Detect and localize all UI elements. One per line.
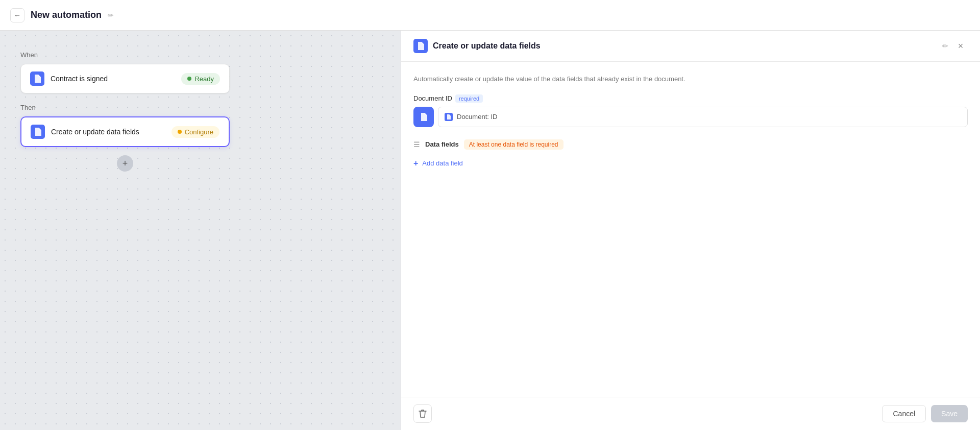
- right-panel-header: Create or update data fields ✏ ×: [401, 31, 980, 62]
- right-panel-title: Create or update data fields: [433, 41, 937, 51]
- right-header-doc-icon: [413, 39, 428, 53]
- cancel-button[interactable]: Cancel: [882, 405, 926, 422]
- page-title: New automation: [31, 10, 102, 20]
- step2-status-dot: [178, 130, 182, 134]
- right-panel-content: Automatically create or update the value…: [401, 62, 980, 397]
- then-label: Then: [20, 104, 380, 111]
- right-panel: Create or update data fields ✏ × Automat…: [401, 31, 980, 430]
- add-data-field-button[interactable]: + Add data field: [413, 157, 463, 170]
- document-id-row: Document: ID: [413, 107, 968, 127]
- header: ← New automation ✏: [0, 0, 980, 31]
- right-panel-footer: Cancel Save: [401, 397, 980, 430]
- step2-status-label: Configure: [185, 128, 213, 136]
- doc-small-icon: [445, 113, 453, 121]
- document-id-value: Document: ID: [457, 113, 497, 121]
- step1-doc-icon: [30, 71, 44, 86]
- when-label: When: [20, 51, 380, 59]
- plus-icon: +: [413, 159, 418, 168]
- document-id-label: Document ID required: [413, 94, 968, 103]
- step1-name: Contract is signed: [51, 75, 175, 83]
- footer-actions: Cancel Save: [882, 405, 968, 422]
- step1-status-badge: Ready: [181, 73, 220, 85]
- data-fields-section-title: Data fields: [425, 140, 459, 148]
- main-layout: When Contract is signed Ready Then: [0, 31, 980, 430]
- document-id-input[interactable]: Document: ID: [438, 107, 968, 127]
- step2-name: Create or update data fields: [51, 128, 165, 136]
- right-panel-edit-icon[interactable]: ✏: [942, 42, 948, 50]
- add-data-field-label: Add data field: [422, 159, 463, 167]
- delete-button[interactable]: [413, 404, 432, 423]
- save-button[interactable]: Save: [931, 405, 968, 422]
- description-text: Automatically create or update the value…: [413, 74, 968, 84]
- required-badge: required: [455, 94, 483, 103]
- document-icon-button[interactable]: [413, 107, 434, 127]
- step1-status-label: Ready: [194, 75, 214, 83]
- back-button[interactable]: ←: [10, 8, 24, 22]
- step1-status-dot: [187, 77, 191, 81]
- data-fields-warning-badge: At least one data field is required: [464, 139, 564, 150]
- step-card-when[interactable]: Contract is signed Ready: [20, 64, 230, 93]
- step-card-then[interactable]: Create or update data fields Configure: [20, 116, 230, 147]
- title-edit-icon[interactable]: ✏: [108, 11, 114, 19]
- document-id-label-text: Document ID: [413, 94, 452, 102]
- left-panel: When Contract is signed Ready Then: [0, 31, 401, 430]
- close-button[interactable]: ×: [953, 39, 968, 53]
- step2-doc-icon: [31, 125, 45, 139]
- add-step-button[interactable]: +: [117, 155, 133, 172]
- step2-status-badge: Configure: [172, 126, 219, 138]
- data-fields-section-header: ☰ Data fields At least one data field is…: [413, 139, 968, 150]
- data-fields-section-icon: ☰: [413, 140, 420, 149]
